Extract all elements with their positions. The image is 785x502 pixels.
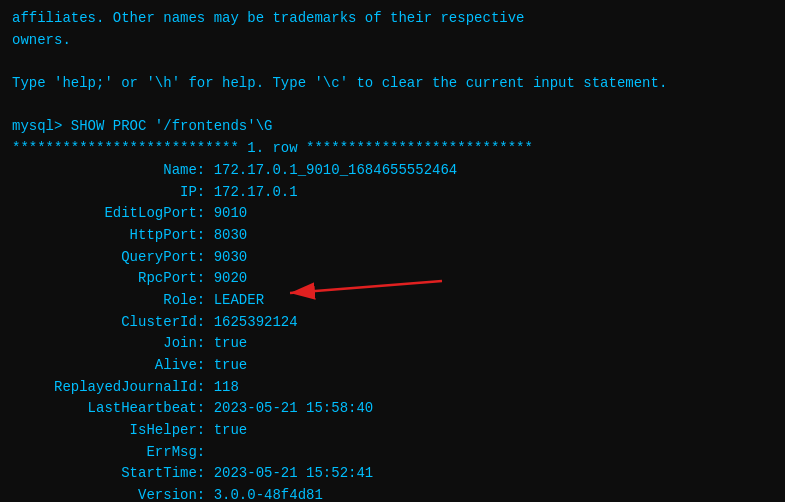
terminal-window: affiliates. Other names may be trademark… (12, 8, 773, 494)
field-row-clusterid: ClusterId: 1625392124 (12, 312, 773, 334)
field-row-errmsg: ErrMsg: (12, 442, 773, 464)
help-line: Type 'help;' or '\h' for help. Type '\c'… (12, 73, 773, 95)
field-row-ip: IP: 172.17.0.1 (12, 182, 773, 204)
fields-container: Name: 172.17.0.1_9010_1684655552464 IP: … (12, 160, 773, 502)
field-row-ishelper: IsHelper: true (12, 420, 773, 442)
row-separator: *************************** 1. row *****… (12, 138, 773, 160)
header-line-1: affiliates. Other names may be trademark… (12, 8, 773, 30)
field-row-replayedjournalid: ReplayedJournalId: 118 (12, 377, 773, 399)
command-line: mysql> SHOW PROC '/frontends'\G (12, 116, 773, 138)
field-row-starttime: StartTime: 2023-05-21 15:52:41 (12, 463, 773, 485)
field-row-version: Version: 3.0.0-48f4d81 (12, 485, 773, 502)
field-row-httpport: HttpPort: 8030 (12, 225, 773, 247)
blank-line-2 (12, 95, 773, 117)
blank-line-1 (12, 51, 773, 73)
field-row-role: Role: LEADER (12, 290, 773, 312)
field-row-editlogport: EditLogPort: 9010 (12, 203, 773, 225)
field-row-name: Name: 172.17.0.1_9010_1684655552464 (12, 160, 773, 182)
field-row-alive: Alive: true (12, 355, 773, 377)
field-row-lastheartbeat: LastHeartbeat: 2023-05-21 15:58:40 (12, 398, 773, 420)
field-row-rpcport: RpcPort: 9020 (12, 268, 773, 290)
header-line-2: owners. (12, 30, 773, 52)
field-row-join: Join: true (12, 333, 773, 355)
field-row-queryport: QueryPort: 9030 (12, 247, 773, 269)
